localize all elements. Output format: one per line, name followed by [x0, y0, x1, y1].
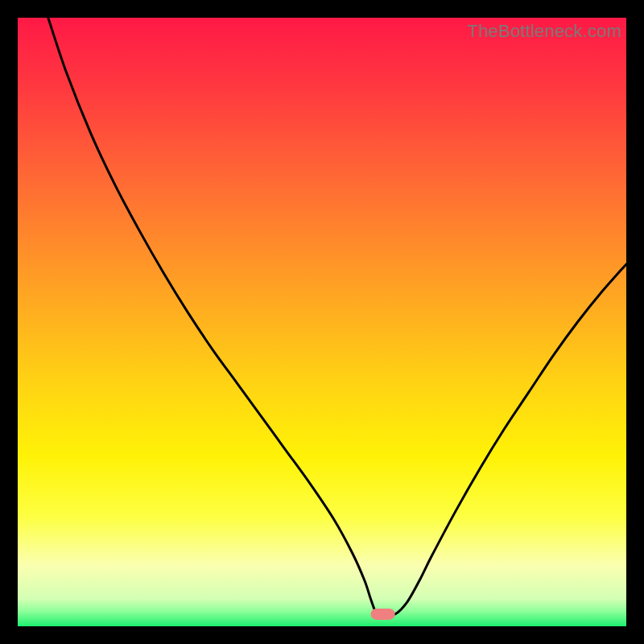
bottleneck-chart: TheBottleneck.com	[18, 18, 626, 626]
chart-svg	[18, 18, 626, 626]
optimal-range-marker	[370, 609, 394, 620]
attribution-watermark: TheBottleneck.com	[467, 21, 621, 42]
gradient-background	[18, 18, 626, 626]
